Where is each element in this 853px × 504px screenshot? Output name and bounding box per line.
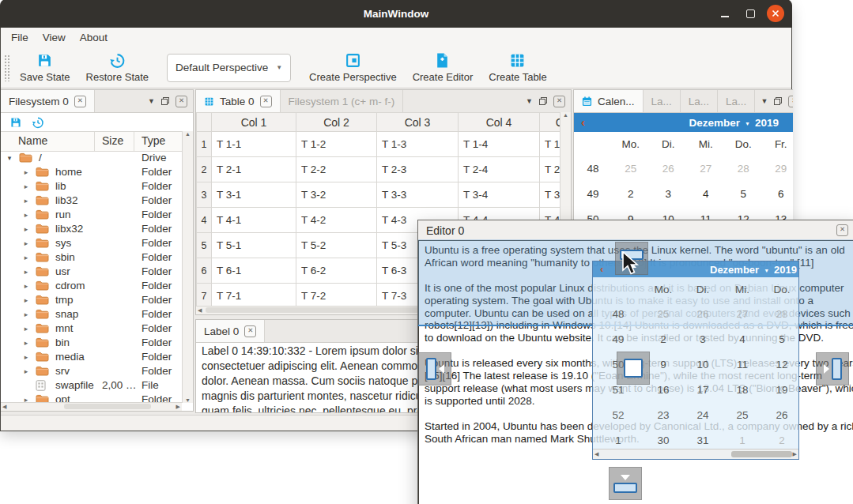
- editor-titlebar[interactable]: Editor 0 ✕: [418, 220, 853, 241]
- table-cell[interactable]: T 3-3: [377, 182, 459, 208]
- column-separator[interactable]: [94, 132, 95, 151]
- tree-expand-icon[interactable]: ▾: [6, 152, 13, 164]
- calendar-day[interactable]: 27: [687, 163, 725, 175]
- table-cell[interactable]: T 4-1: [212, 208, 296, 233]
- menu-view[interactable]: View: [36, 32, 73, 43]
- create-table-button[interactable]: Create Table: [481, 51, 554, 85]
- perspective-dropdown[interactable]: Default Perspective ▼: [167, 54, 291, 82]
- tree-row-bin[interactable]: ▸binFolder: [1, 336, 182, 350]
- table-cell[interactable]: T 3-2: [296, 182, 377, 208]
- column-separator[interactable]: [134, 132, 134, 151]
- table-cell[interactable]: T 2-4: [459, 157, 540, 182]
- calendar-day[interactable]: 29: [762, 163, 793, 175]
- tree-header[interactable]: Name Size Type: [1, 131, 193, 152]
- table-cell[interactable]: T 7-1: [212, 284, 296, 307]
- tree-vertical-scrollbar[interactable]: ▲ ▼: [182, 131, 193, 403]
- calendar-day[interactable]: 4: [687, 188, 725, 200]
- tree-expand-icon[interactable]: ▸: [22, 237, 30, 250]
- tree-expand-icon[interactable]: ▸: [22, 194, 30, 207]
- tab-label-0[interactable]: Label 0 ✕: [196, 320, 265, 342]
- panel-menu-icon[interactable]: ▼: [761, 97, 768, 105]
- tree-row-lib[interactable]: ▸libFolder: [1, 179, 182, 194]
- tab-close-icon[interactable]: ✕: [74, 96, 86, 107]
- tree-row-snap[interactable]: ▸snapFolder: [1, 307, 182, 322]
- tab-label-2[interactable]: La...: [681, 90, 718, 112]
- restore-history-icon[interactable]: [32, 116, 44, 129]
- tab-close-icon[interactable]: ✕: [244, 325, 256, 337]
- table-cell[interactable]: T 5-2: [296, 233, 377, 258]
- table-column-header[interactable]: Col 3: [377, 113, 459, 132]
- tree-expand-icon[interactable]: ▸: [22, 209, 30, 221]
- tab-calendar[interactable]: Calen...: [574, 90, 644, 112]
- calendar-day[interactable]: 6: [762, 188, 793, 200]
- table-cell[interactable]: T 1-4: [459, 132, 540, 157]
- create-perspective-button[interactable]: Create Perspective: [301, 51, 405, 85]
- create-editor-button[interactable]: Create Editor: [405, 51, 481, 85]
- tree-row-sys[interactable]: ▸sysFolder: [1, 236, 182, 250]
- table-cell[interactable]: T 3-1: [212, 182, 296, 208]
- save-state-button[interactable]: Save State: [12, 51, 78, 85]
- dock-indicator-left[interactable]: [418, 352, 451, 386]
- tree-expand-icon[interactable]: ▸: [22, 166, 30, 179]
- table-row-number[interactable]: 5: [197, 233, 212, 258]
- scroll-left-icon[interactable]: ◀: [198, 307, 202, 314]
- table-cell[interactable]: T 7-2: [296, 284, 377, 307]
- tab-table-0[interactable]: Table 0 ✕: [196, 90, 281, 112]
- tree-row-lib32[interactable]: ▸lib32Folder: [1, 194, 182, 208]
- table-cell[interactable]: T 2-2: [296, 157, 377, 182]
- tree-row-home[interactable]: ▸homeFolder: [1, 165, 182, 179]
- tree-row-swapfile[interactable]: swapfile2,00 …File: [1, 378, 182, 393]
- calendar-month[interactable]: Dezember: [689, 117, 740, 129]
- tree-expand-icon[interactable]: ▸: [22, 180, 30, 193]
- dock-indicator-center[interactable]: [617, 352, 650, 385]
- dock-indicator-bottom[interactable]: [609, 467, 642, 500]
- tree-expand-icon[interactable]: ▸: [22, 365, 30, 378]
- tree-expand-icon[interactable]: ▸: [22, 337, 30, 349]
- toolbar-drag-handle[interactable]: [4, 55, 9, 81]
- tree-expand-icon[interactable]: ▸: [22, 251, 30, 264]
- tree-header-size[interactable]: Size: [102, 134, 123, 147]
- table-cell[interactable]: T 2-3: [377, 157, 459, 182]
- tree-row-mnt[interactable]: ▸mntFolder: [1, 322, 182, 336]
- calendar-day[interactable]: 25: [612, 163, 650, 175]
- tree-row-srv[interactable]: ▸srvFolder: [1, 364, 182, 378]
- table-row-number[interactable]: 1: [197, 132, 212, 157]
- panel-close-icon[interactable]: ✕: [553, 96, 565, 107]
- tree-expand-icon[interactable]: ▸: [22, 265, 30, 278]
- table-column-header[interactable]: Col 1: [212, 113, 296, 132]
- scrollbar-handle[interactable]: [64, 404, 151, 409]
- table-row-number[interactable]: 3: [197, 182, 212, 208]
- tab-close-icon[interactable]: ✕: [260, 96, 272, 107]
- tab-filesystem-0[interactable]: Filesystem 0 ✕: [1, 90, 95, 112]
- tree-row-usr[interactable]: ▸usrFolder: [1, 265, 182, 279]
- table-cell[interactable]: T 1-3: [377, 132, 459, 157]
- tree-row-cdrom[interactable]: ▸cdromFolder: [1, 279, 182, 293]
- table-row-number[interactable]: 7: [197, 284, 212, 307]
- save-icon[interactable]: [9, 116, 22, 129]
- tree-expand-icon[interactable]: ▸: [22, 280, 30, 292]
- calendar-day[interactable]: 28: [725, 163, 763, 175]
- tab-label-3[interactable]: La...: [718, 90, 755, 112]
- panel-menu-icon[interactable]: ▼: [148, 97, 155, 105]
- table-cell[interactable]: T 6-1: [212, 258, 296, 284]
- window-titlebar[interactable]: MainWindow: [0, 0, 792, 28]
- tree-expand-icon[interactable]: ▸: [22, 294, 30, 307]
- dock-indicator-right[interactable]: [816, 352, 849, 386]
- tree-expand-icon[interactable]: ▸: [22, 308, 30, 321]
- calendar-day[interactable]: 2: [612, 188, 650, 200]
- table-cell[interactable]: T 1-2: [296, 132, 377, 157]
- undock-icon[interactable]: [773, 96, 783, 106]
- scroll-right-icon[interactable]: ▶: [176, 404, 180, 410]
- panel-close-icon[interactable]: ✕: [176, 96, 187, 107]
- menu-file[interactable]: File: [4, 32, 36, 43]
- minimize-button[interactable]: [716, 5, 734, 22]
- table-column-header[interactable]: Col 2: [296, 113, 377, 132]
- scroll-left-icon[interactable]: ◀: [2, 404, 6, 410]
- calendar-prev-icon[interactable]: ‹: [574, 114, 585, 131]
- table-cell[interactable]: T 1-1: [212, 132, 296, 157]
- menu-about[interactable]: About: [73, 32, 115, 43]
- tab-label-1[interactable]: La...: [644, 90, 681, 112]
- calendar-month-year[interactable]: Dezember ▼ 2019: [689, 117, 793, 129]
- table-row-number[interactable]: 6: [197, 258, 212, 284]
- tree-expand-icon[interactable]: ▸: [22, 351, 30, 363]
